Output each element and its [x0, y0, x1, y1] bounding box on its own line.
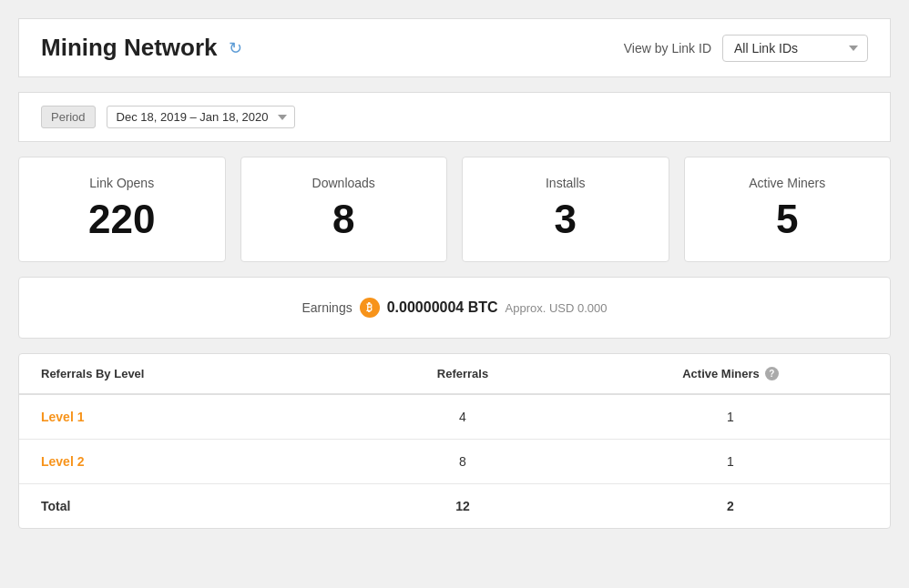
total-label: Total: [19, 484, 354, 529]
level-2-referrals: 8: [354, 440, 571, 484]
link-opens-value: 220: [41, 199, 203, 239]
installs-label: Installs: [485, 176, 647, 190]
total-referrals: 12: [354, 484, 571, 529]
referrals-table: Referrals By Level Referrals Active Mine…: [19, 354, 890, 528]
period-bar: Period Dec 18, 2019 – Jan 18, 2020: [18, 92, 891, 142]
level-1-cell: Level 1: [19, 394, 354, 440]
stat-card-downloads: Downloads 8: [240, 157, 448, 262]
level-2-cell: Level 2: [19, 440, 354, 484]
table-row: Level 1 4 1: [19, 394, 890, 440]
header-right: View by Link ID All Link IDs: [624, 35, 868, 62]
level-2-active-miners: 1: [571, 440, 890, 484]
earnings-card: Earnings ₿ 0.00000004 BTC Approx. USD 0.…: [18, 277, 891, 339]
active-miners-header-value: 5: [707, 199, 869, 239]
referrals-table-container: Referrals By Level Referrals Active Mine…: [18, 353, 891, 529]
link-id-select[interactable]: All Link IDs: [722, 35, 868, 62]
col-header-level: Referrals By Level: [19, 354, 354, 394]
downloads-label: Downloads: [263, 176, 425, 190]
level-1-link[interactable]: Level 1: [41, 410, 84, 424]
refresh-icon[interactable]: ↻: [229, 38, 242, 58]
header-left: Mining Network ↻: [41, 34, 242, 62]
content-area: Period Dec 18, 2019 – Jan 18, 2020 Link …: [18, 77, 891, 543]
col-header-active-miners: Active Miners ?: [571, 354, 890, 394]
period-value[interactable]: Dec 18, 2019 – Jan 18, 2020: [107, 106, 295, 128]
level-1-referrals: 4: [354, 394, 571, 440]
page-container: Mining Network ↻ View by Link ID All Lin…: [18, 18, 891, 543]
col-header-referrals: Referrals: [354, 354, 571, 394]
level-2-link[interactable]: Level 2: [41, 454, 84, 469]
table-row: Level 2 8 1: [19, 440, 890, 484]
view-by-label: View by Link ID: [624, 41, 711, 56]
table-header-row: Referrals By Level Referrals Active Mine…: [19, 354, 890, 394]
active-miners-header-label: Active Miners: [707, 176, 869, 190]
installs-value: 3: [485, 199, 647, 239]
stat-card-link-opens: Link Opens 220: [18, 157, 226, 262]
earnings-usd: Approx. USD 0.000: [506, 301, 608, 315]
earnings-label: Earnings: [301, 300, 352, 315]
active-miners-col-label: Active Miners: [682, 367, 760, 380]
page-title: Mining Network: [41, 34, 218, 62]
info-icon[interactable]: ?: [765, 367, 779, 380]
downloads-value: 8: [263, 199, 425, 239]
header-bar: Mining Network ↻ View by Link ID All Lin…: [18, 18, 891, 77]
table-row-total: Total 12 2: [19, 484, 890, 529]
period-label: Period: [41, 106, 96, 128]
stat-card-active-miners: Active Miners 5: [684, 157, 892, 262]
btc-icon: ₿: [360, 298, 380, 318]
earnings-value: 0.00000004 BTC: [387, 299, 498, 316]
link-opens-label: Link Opens: [41, 176, 203, 190]
total-active-miners: 2: [571, 484, 890, 529]
stat-card-installs: Installs 3: [462, 157, 669, 262]
stats-row: Link Opens 220 Downloads 8 Installs 3 Ac…: [18, 157, 891, 262]
level-1-active-miners: 1: [571, 394, 890, 440]
